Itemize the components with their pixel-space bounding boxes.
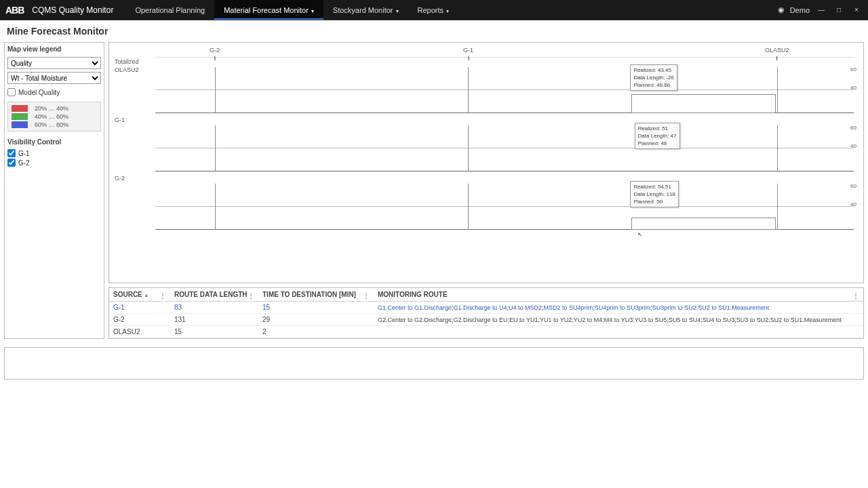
chevron-down-icon: ▾ xyxy=(446,8,449,14)
quality-select[interactable]: Quality xyxy=(7,57,101,69)
brand-logo: ABB xyxy=(5,5,24,16)
forecast-lane[interactable]: G-26040Realized: 54.51Data Length: 118Pl… xyxy=(115,174,854,232)
nav-item[interactable]: Operational Planning xyxy=(125,0,214,20)
legend-range-label: 60% … 80% xyxy=(35,121,68,128)
page-title: Mine Forecast Monitor xyxy=(0,20,868,42)
forecast-chart-area[interactable]: G-2G-1OLASU2 TotalizedOLASU26040Realized… xyxy=(108,42,864,283)
user-label[interactable]: Demo xyxy=(790,6,810,14)
y-tick: 60 xyxy=(850,125,856,131)
user-icon: ◉ xyxy=(778,5,785,14)
y-tick: 40 xyxy=(850,143,856,149)
app-title: CQMS Quality Monitor xyxy=(32,5,113,15)
monitoring-table: SOURCE▲⋮ ROUTE DATA LENGTH⋮ TIME TO DEST… xyxy=(108,287,864,339)
lane-header: G-2 xyxy=(115,174,155,182)
timeline-marker: OLASU2 xyxy=(765,47,789,54)
visibility-checkbox[interactable] xyxy=(7,149,16,157)
legend-swatch xyxy=(12,113,28,120)
moisture-select[interactable]: Wt - Total Moisture xyxy=(7,72,101,84)
window-maximize-button[interactable]: □ xyxy=(833,6,845,14)
model-quality-label: Model Quality xyxy=(18,89,60,96)
legend-ranges: 20% … 40%40% … 60%60% … 80% xyxy=(7,102,101,131)
col-route[interactable]: MONITORING ROUTE⋮ xyxy=(374,288,863,302)
lane-header: G-1 xyxy=(115,116,155,124)
sort-asc-icon: ▲ xyxy=(144,292,149,298)
y-tick: 40 xyxy=(850,201,856,207)
top-bar: ABB CQMS Quality Monitor Operational Pla… xyxy=(0,0,868,20)
visibility-title: Visibility Control xyxy=(7,138,101,146)
lane-tooltip: Realized: 51Data Length: 47Planned: 48 xyxy=(635,123,680,149)
legend-title: Map view legend xyxy=(7,45,101,53)
col-menu-icon[interactable]: ⋮ xyxy=(852,292,859,300)
y-tick: 40 xyxy=(850,85,856,91)
chevron-down-icon: ▾ xyxy=(311,8,314,14)
lane-subheader: OLASU2 xyxy=(115,66,155,74)
visibility-label: G-1 xyxy=(18,150,30,157)
timeline-marker: G-2 xyxy=(210,47,220,54)
nav-item[interactable]: Material Forecast Monitor▾ xyxy=(214,0,323,20)
col-menu-icon[interactable]: ⋮ xyxy=(363,292,370,300)
col-time[interactable]: TIME TO DESTINATION [MIN]⋮ xyxy=(258,288,374,302)
legend-sidebar: Map view legend Quality Wt - Total Moist… xyxy=(4,42,104,339)
plan-overlay xyxy=(631,94,775,113)
lane-header: Totalized xyxy=(115,58,155,66)
timeline-axis: G-2G-1OLASU2 xyxy=(155,47,854,58)
table-row[interactable]: G-18315G1.Center to G1.Discharge;G1.Disc… xyxy=(109,302,863,314)
lane-tooltip: Realized: 54.51Data Length: 118Planned: … xyxy=(630,181,678,207)
lane-tooltip: Realized: 43.45Data Length: -26Planned: … xyxy=(630,64,677,91)
plan-overlay xyxy=(631,218,775,230)
window-close-button[interactable]: × xyxy=(850,6,863,14)
main-nav: Operational PlanningMaterial Forecast Mo… xyxy=(125,0,458,20)
y-tick: 60 xyxy=(850,183,856,189)
table-row[interactable]: OLASU2152 xyxy=(109,326,863,338)
legend-swatch xyxy=(12,105,28,112)
cursor-icon: ↖ xyxy=(637,231,643,238)
footer-panel xyxy=(4,347,864,380)
visibility-label: G-2 xyxy=(18,159,30,167)
forecast-lane[interactable]: TotalizedOLASU26040Realized: 43.45Data L… xyxy=(115,58,854,116)
col-route-length[interactable]: ROUTE DATA LENGTH⋮ xyxy=(170,288,258,302)
window-minimize-button[interactable]: — xyxy=(815,6,827,14)
nav-item[interactable]: Reports▾ xyxy=(408,0,459,20)
nav-item[interactable]: Stockyard Monitor▾ xyxy=(323,0,408,20)
y-tick: 60 xyxy=(850,66,856,73)
chevron-down-icon: ▾ xyxy=(396,8,399,14)
col-source[interactable]: SOURCE▲⋮ xyxy=(109,288,170,302)
visibility-checkbox[interactable] xyxy=(7,159,16,167)
forecast-lane[interactable]: G-16040Realized: 51Data Length: 47Planne… xyxy=(115,116,854,174)
legend-swatch xyxy=(12,121,28,128)
timeline-marker: G-1 xyxy=(463,47,473,54)
col-menu-icon[interactable]: ⋮ xyxy=(248,292,254,300)
table-row[interactable]: G-213129G2.Center to G2.Discharge;G2.Dis… xyxy=(109,314,863,326)
model-quality-checkbox[interactable] xyxy=(7,88,16,96)
legend-range-label: 40% … 60% xyxy=(35,113,68,120)
legend-range-label: 20% … 40% xyxy=(35,105,68,112)
col-menu-icon[interactable]: ⋮ xyxy=(159,292,166,300)
